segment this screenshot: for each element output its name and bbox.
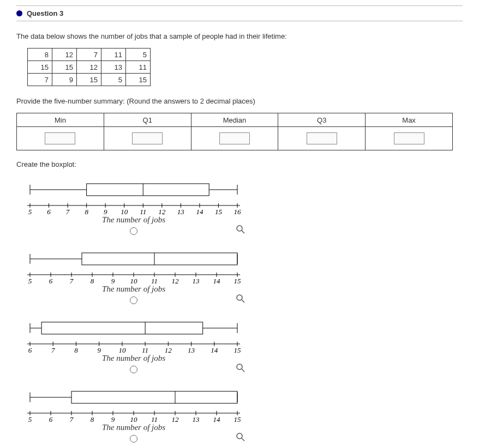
median-input[interactable] bbox=[219, 132, 250, 144]
svg-rect-97 bbox=[71, 391, 237, 403]
svg-text:13: 13 bbox=[188, 346, 195, 354]
svg-point-31 bbox=[237, 226, 242, 231]
five-number-summary-table: Min Q1 Median Q3 Max bbox=[16, 113, 453, 150]
min-input[interactable] bbox=[45, 132, 75, 144]
svg-text:13: 13 bbox=[193, 415, 200, 423]
svg-rect-68 bbox=[41, 322, 203, 334]
svg-text:15: 15 bbox=[234, 415, 242, 423]
svg-point-62 bbox=[237, 295, 242, 300]
svg-text:15: 15 bbox=[234, 277, 242, 285]
svg-text:10: 10 bbox=[121, 208, 128, 216]
col-header-median: Median bbox=[191, 113, 278, 127]
svg-text:7: 7 bbox=[66, 208, 70, 216]
svg-text:6: 6 bbox=[47, 208, 51, 216]
svg-text:15: 15 bbox=[234, 346, 242, 354]
svg-text:12: 12 bbox=[172, 277, 179, 285]
svg-text:10: 10 bbox=[118, 346, 126, 354]
boxplot-option-4: 56789101112131415 bbox=[19, 386, 248, 424]
svg-text:11: 11 bbox=[140, 208, 146, 216]
boxplot-radio-4[interactable] bbox=[130, 435, 137, 443]
axis-label: The number of jobs bbox=[102, 215, 165, 225]
table-row: 7 9 15 5 15 bbox=[28, 74, 151, 86]
svg-text:6: 6 bbox=[28, 346, 32, 354]
boxplot-choice-1: 5678910111213141516The number of jobs bbox=[16, 178, 251, 238]
svg-text:13: 13 bbox=[177, 208, 185, 216]
svg-text:11: 11 bbox=[142, 346, 148, 354]
col-header-q3: Q3 bbox=[278, 113, 366, 127]
question-prompt: The data below shows the number of jobs … bbox=[16, 32, 463, 40]
svg-text:8: 8 bbox=[74, 346, 78, 354]
data-table: 8 12 7 11 5 15 15 12 13 11 7 9 15 5 15 bbox=[27, 48, 151, 86]
svg-text:7: 7 bbox=[51, 346, 55, 354]
summary-prompt: Provide the five-number summary: (Round … bbox=[16, 97, 463, 105]
svg-text:9: 9 bbox=[97, 346, 101, 354]
question-header: Question 3 bbox=[16, 5, 463, 21]
col-header-q1: Q1 bbox=[104, 113, 191, 127]
boxplot-option-1: 5678910111213141516 bbox=[19, 178, 248, 216]
svg-text:14: 14 bbox=[213, 277, 221, 285]
svg-point-122 bbox=[237, 433, 242, 439]
svg-text:14: 14 bbox=[211, 346, 218, 354]
zoom-icon[interactable] bbox=[236, 363, 246, 373]
status-bullet-icon bbox=[16, 10, 22, 16]
question-title: Question 3 bbox=[27, 9, 63, 17]
svg-rect-37 bbox=[82, 253, 237, 265]
svg-text:14: 14 bbox=[213, 415, 221, 423]
svg-text:15: 15 bbox=[215, 208, 223, 216]
q1-input[interactable] bbox=[132, 132, 163, 144]
boxplot-choice-2: 56789101112131415The number of jobs bbox=[16, 247, 251, 307]
axis-label: The number of jobs bbox=[102, 423, 165, 432]
axis-label: The number of jobs bbox=[102, 354, 165, 363]
svg-text:14: 14 bbox=[196, 208, 203, 216]
svg-text:13: 13 bbox=[193, 277, 200, 285]
zoom-icon[interactable] bbox=[236, 294, 246, 304]
svg-text:11: 11 bbox=[151, 277, 158, 285]
svg-line-123 bbox=[242, 438, 244, 441]
svg-text:10: 10 bbox=[130, 277, 138, 285]
svg-text:6: 6 bbox=[49, 415, 53, 423]
svg-text:8: 8 bbox=[91, 277, 94, 285]
col-header-min: Min bbox=[17, 113, 104, 127]
svg-line-63 bbox=[242, 300, 244, 302]
svg-text:8: 8 bbox=[91, 415, 94, 423]
table-row: 8 12 7 11 5 bbox=[28, 49, 151, 61]
max-input[interactable] bbox=[394, 132, 424, 144]
svg-text:9: 9 bbox=[104, 208, 107, 216]
boxplot-option-3: 6789101112131415 bbox=[19, 317, 248, 355]
svg-text:9: 9 bbox=[111, 277, 115, 285]
table-row: 15 15 12 13 11 bbox=[28, 61, 151, 74]
svg-text:12: 12 bbox=[172, 415, 179, 423]
col-header-max: Max bbox=[366, 113, 453, 127]
svg-text:5: 5 bbox=[28, 208, 32, 216]
svg-text:5: 5 bbox=[28, 277, 32, 285]
svg-text:7: 7 bbox=[70, 277, 74, 285]
boxplot-choice-4: 56789101112131415The number of jobs bbox=[16, 386, 251, 445]
boxplot-choice-3: 6789101112131415The number of jobs bbox=[16, 317, 251, 376]
svg-text:8: 8 bbox=[85, 208, 88, 216]
svg-line-32 bbox=[242, 231, 244, 233]
svg-text:7: 7 bbox=[70, 415, 74, 423]
axis-label: The number of jobs bbox=[102, 284, 165, 294]
svg-text:11: 11 bbox=[151, 415, 158, 423]
svg-text:9: 9 bbox=[111, 415, 115, 423]
svg-text:12: 12 bbox=[158, 208, 166, 216]
zoom-icon[interactable] bbox=[236, 432, 246, 442]
svg-point-91 bbox=[237, 364, 242, 370]
svg-text:10: 10 bbox=[130, 415, 138, 423]
q3-input[interactable] bbox=[307, 132, 337, 144]
svg-text:5: 5 bbox=[28, 415, 32, 423]
svg-text:16: 16 bbox=[234, 208, 242, 216]
boxplot-radio-2[interactable] bbox=[130, 296, 137, 304]
question-container: Question 3 The data below shows the numb… bbox=[16, 5, 463, 445]
svg-text:6: 6 bbox=[49, 277, 53, 285]
svg-rect-4 bbox=[87, 184, 209, 196]
svg-text:12: 12 bbox=[165, 346, 172, 354]
boxplot-prompt: Create the boxplot: bbox=[16, 160, 463, 168]
boxplot-radio-3[interactable] bbox=[130, 366, 137, 373]
boxplot-option-2: 56789101112131415 bbox=[19, 247, 248, 286]
svg-line-92 bbox=[242, 369, 244, 372]
zoom-icon[interactable] bbox=[236, 225, 246, 234]
boxplot-radio-1[interactable] bbox=[130, 227, 137, 235]
